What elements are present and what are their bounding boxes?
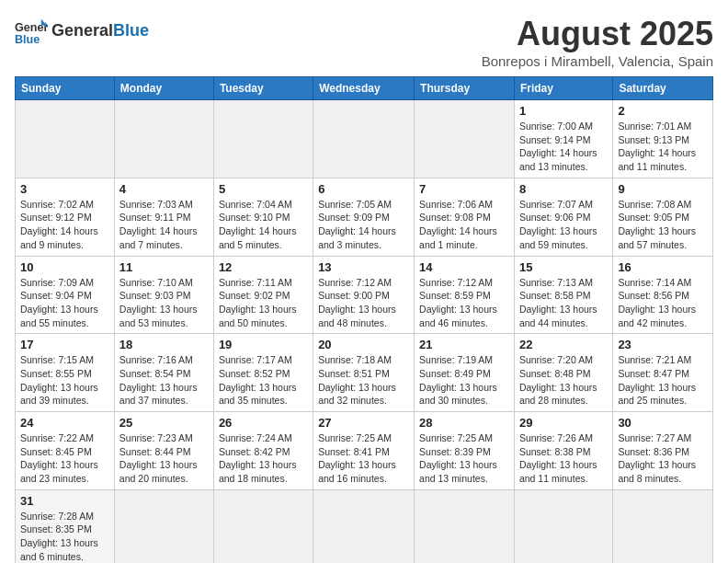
calendar-table: SundayMondayTuesdayWednesdayThursdayFrid… xyxy=(15,76,713,563)
calendar-cell: 29Sunrise: 7:26 AM Sunset: 8:38 PM Dayli… xyxy=(514,412,612,490)
day-number: 26 xyxy=(219,416,308,430)
day-info: Sunrise: 7:11 AM Sunset: 9:02 PM Dayligh… xyxy=(219,276,308,330)
calendar-cell xyxy=(613,489,713,563)
weekday-header-sunday: Sunday xyxy=(16,77,115,100)
day-info: Sunrise: 7:21 AM Sunset: 8:47 PM Dayligh… xyxy=(618,353,708,408)
day-number: 15 xyxy=(519,260,608,274)
day-info: Sunrise: 7:18 AM Sunset: 8:51 PM Dayligh… xyxy=(318,353,409,408)
day-number: 30 xyxy=(618,416,708,430)
svg-text:Blue: Blue xyxy=(15,33,40,46)
calendar-cell xyxy=(313,489,415,563)
day-number: 13 xyxy=(318,260,409,274)
day-number: 31 xyxy=(20,494,109,508)
calendar-cell: 12Sunrise: 7:11 AM Sunset: 9:02 PM Dayli… xyxy=(213,256,313,334)
calendar-cell xyxy=(114,489,213,563)
calendar-cell: 28Sunrise: 7:25 AM Sunset: 8:39 PM Dayli… xyxy=(415,412,515,490)
weekday-header-friday: Friday xyxy=(514,77,612,100)
day-number: 21 xyxy=(419,338,509,351)
calendar-cell: 8Sunrise: 7:07 AM Sunset: 9:06 PM Daylig… xyxy=(514,178,612,256)
day-number: 28 xyxy=(419,416,509,430)
week-row-4: 17Sunrise: 7:15 AM Sunset: 8:55 PM Dayli… xyxy=(16,334,713,412)
day-number: 7 xyxy=(419,182,509,196)
calendar-cell: 22Sunrise: 7:20 AM Sunset: 8:48 PM Dayli… xyxy=(514,334,612,412)
day-number: 20 xyxy=(318,338,409,351)
day-info: Sunrise: 7:04 AM Sunset: 9:10 PM Dayligh… xyxy=(219,198,308,252)
weekday-header-wednesday: Wednesday xyxy=(313,77,415,100)
logo-icon: General Blue xyxy=(15,15,48,48)
day-number: 3 xyxy=(20,182,109,196)
day-info: Sunrise: 7:19 AM Sunset: 8:49 PM Dayligh… xyxy=(419,353,509,408)
week-row-6: 31Sunrise: 7:28 AM Sunset: 8:35 PM Dayli… xyxy=(16,489,713,563)
day-info: Sunrise: 7:08 AM Sunset: 9:05 PM Dayligh… xyxy=(618,198,708,252)
day-info: Sunrise: 7:25 AM Sunset: 8:39 PM Dayligh… xyxy=(419,431,509,486)
calendar-cell: 10Sunrise: 7:09 AM Sunset: 9:04 PM Dayli… xyxy=(16,256,115,334)
calendar-cell: 9Sunrise: 7:08 AM Sunset: 9:05 PM Daylig… xyxy=(613,178,713,256)
calendar-cell xyxy=(114,100,213,178)
day-info: Sunrise: 7:27 AM Sunset: 8:36 PM Dayligh… xyxy=(618,431,708,486)
calendar-cell xyxy=(514,489,612,563)
week-row-1: 1Sunrise: 7:00 AM Sunset: 9:14 PM Daylig… xyxy=(16,100,713,178)
day-info: Sunrise: 7:07 AM Sunset: 9:06 PM Dayligh… xyxy=(519,198,608,252)
day-number: 11 xyxy=(119,260,209,274)
calendar-cell xyxy=(213,100,313,178)
calendar-cell: 5Sunrise: 7:04 AM Sunset: 9:10 PM Daylig… xyxy=(213,178,313,256)
calendar-cell: 15Sunrise: 7:13 AM Sunset: 8:58 PM Dayli… xyxy=(514,256,612,334)
day-number: 8 xyxy=(519,182,608,196)
week-row-5: 24Sunrise: 7:22 AM Sunset: 8:45 PM Dayli… xyxy=(16,412,713,490)
day-info: Sunrise: 7:22 AM Sunset: 8:45 PM Dayligh… xyxy=(20,431,109,486)
calendar-cell: 1Sunrise: 7:00 AM Sunset: 9:14 PM Daylig… xyxy=(514,100,612,178)
day-number: 4 xyxy=(119,182,209,196)
day-info: Sunrise: 7:17 AM Sunset: 8:52 PM Dayligh… xyxy=(219,353,308,408)
calendar-cell: 14Sunrise: 7:12 AM Sunset: 8:59 PM Dayli… xyxy=(415,256,515,334)
day-number: 12 xyxy=(219,260,308,274)
day-info: Sunrise: 7:03 AM Sunset: 9:11 PM Dayligh… xyxy=(119,198,209,252)
logo-text: GeneralBlue xyxy=(51,22,149,40)
day-info: Sunrise: 7:09 AM Sunset: 9:04 PM Dayligh… xyxy=(20,276,109,330)
weekday-header-tuesday: Tuesday xyxy=(213,77,313,100)
day-info: Sunrise: 7:28 AM Sunset: 8:35 PM Dayligh… xyxy=(20,510,109,563)
day-info: Sunrise: 7:01 AM Sunset: 9:13 PM Dayligh… xyxy=(618,120,708,174)
week-row-3: 10Sunrise: 7:09 AM Sunset: 9:04 PM Dayli… xyxy=(16,256,713,334)
calendar-cell: 23Sunrise: 7:21 AM Sunset: 8:47 PM Dayli… xyxy=(613,334,713,412)
day-number: 19 xyxy=(219,338,308,351)
day-info: Sunrise: 7:26 AM Sunset: 8:38 PM Dayligh… xyxy=(519,431,608,486)
day-info: Sunrise: 7:10 AM Sunset: 9:03 PM Dayligh… xyxy=(119,276,209,330)
day-number: 2 xyxy=(618,104,708,118)
calendar-cell xyxy=(415,100,515,178)
calendar-cell: 7Sunrise: 7:06 AM Sunset: 9:08 PM Daylig… xyxy=(415,178,515,256)
day-info: Sunrise: 7:02 AM Sunset: 9:12 PM Dayligh… xyxy=(20,198,109,252)
day-info: Sunrise: 7:20 AM Sunset: 8:48 PM Dayligh… xyxy=(519,353,608,408)
calendar-cell: 30Sunrise: 7:27 AM Sunset: 8:36 PM Dayli… xyxy=(613,412,713,490)
day-info: Sunrise: 7:13 AM Sunset: 8:58 PM Dayligh… xyxy=(519,276,608,330)
day-number: 27 xyxy=(318,416,409,430)
day-info: Sunrise: 7:00 AM Sunset: 9:14 PM Dayligh… xyxy=(519,120,608,174)
calendar-cell xyxy=(415,489,515,563)
day-number: 25 xyxy=(119,416,209,430)
calendar-cell: 13Sunrise: 7:12 AM Sunset: 9:00 PM Dayli… xyxy=(313,256,415,334)
weekday-header-row: SundayMondayTuesdayWednesdayThursdayFrid… xyxy=(16,77,713,100)
weekday-header-thursday: Thursday xyxy=(415,77,515,100)
page-header: General Blue GeneralBlue August 2025 Bon… xyxy=(15,15,713,69)
day-info: Sunrise: 7:05 AM Sunset: 9:09 PM Dayligh… xyxy=(318,198,409,252)
day-number: 14 xyxy=(419,260,509,274)
day-number: 9 xyxy=(618,182,708,196)
day-number: 10 xyxy=(20,260,109,274)
day-info: Sunrise: 7:24 AM Sunset: 8:42 PM Dayligh… xyxy=(219,431,308,486)
day-number: 23 xyxy=(618,338,708,351)
calendar-cell: 26Sunrise: 7:24 AM Sunset: 8:42 PM Dayli… xyxy=(213,412,313,490)
day-number: 29 xyxy=(519,416,608,430)
calendar-cell: 31Sunrise: 7:28 AM Sunset: 8:35 PM Dayli… xyxy=(16,489,115,563)
calendar-cell: 19Sunrise: 7:17 AM Sunset: 8:52 PM Dayli… xyxy=(213,334,313,412)
day-number: 17 xyxy=(20,338,109,351)
calendar-cell: 4Sunrise: 7:03 AM Sunset: 9:11 PM Daylig… xyxy=(114,178,213,256)
calendar-cell: 2Sunrise: 7:01 AM Sunset: 9:13 PM Daylig… xyxy=(613,100,713,178)
calendar-cell: 18Sunrise: 7:16 AM Sunset: 8:54 PM Dayli… xyxy=(114,334,213,412)
calendar-cell: 11Sunrise: 7:10 AM Sunset: 9:03 PM Dayli… xyxy=(114,256,213,334)
weekday-header-saturday: Saturday xyxy=(613,77,713,100)
logo: General Blue GeneralBlue xyxy=(15,15,149,48)
calendar-cell: 6Sunrise: 7:05 AM Sunset: 9:09 PM Daylig… xyxy=(313,178,415,256)
day-info: Sunrise: 7:23 AM Sunset: 8:44 PM Dayligh… xyxy=(119,431,209,486)
day-number: 1 xyxy=(519,104,608,118)
day-info: Sunrise: 7:16 AM Sunset: 8:54 PM Dayligh… xyxy=(119,353,209,408)
day-info: Sunrise: 7:14 AM Sunset: 8:56 PM Dayligh… xyxy=(618,276,708,330)
